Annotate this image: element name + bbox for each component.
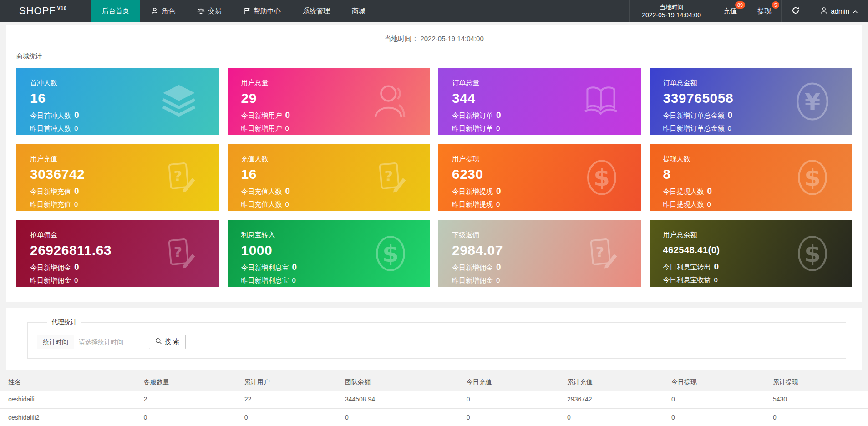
svg-text:¥: ¥ bbox=[805, 89, 820, 115]
local-time-block: 当地时间 2022-05-19 14:04:00 bbox=[629, 0, 713, 22]
edit-question-icon: ? bbox=[162, 158, 198, 197]
svg-text:?: ? bbox=[173, 167, 182, 185]
table-row: ceshidaili 2 22 344508.94 0 2936742 0 54… bbox=[0, 390, 868, 408]
local-time-label: 当地时间 bbox=[660, 3, 683, 11]
topbar: SHOPFV10 后台首页 角色 交易 帮助中心 系统管理 商城 bbox=[0, 0, 868, 22]
agent-table: 姓名 客服数量 累计用户 团队余额 今日充值 累计充值 今日提现 累计提现 ce… bbox=[0, 374, 868, 426]
stat-time-label: 统计时间 bbox=[37, 335, 74, 349]
dollar-icon: $ bbox=[583, 157, 620, 198]
agent-stats-panel: 代理统计 统计时间 搜 索 bbox=[6, 308, 862, 370]
col-header-team-balance: 团队余额 bbox=[337, 374, 458, 390]
col-header-total-recharge: 累计充值 bbox=[559, 374, 663, 390]
agent-filter-form: 统计时间 搜 索 bbox=[37, 335, 837, 349]
local-time-value: 2022-05-19 14:04:00 bbox=[642, 11, 701, 19]
user-icon bbox=[151, 7, 158, 15]
user-menu[interactable]: admin bbox=[810, 0, 868, 22]
stat-cards-grid: 首冲人数 16 今日首冲人数0 昨日首冲人数0 用户总量 29 今日新增用户0 … bbox=[6, 68, 862, 299]
stat-card-order-commission: 抢单佣金 26926811.63 今日新增佣金0 昨日新增佣金0 ? bbox=[16, 220, 219, 287]
nav-item-roles[interactable]: 角色 bbox=[140, 0, 186, 22]
search-icon bbox=[155, 338, 162, 346]
col-header-name: 姓名 bbox=[0, 374, 135, 390]
svg-text:?: ? bbox=[595, 243, 604, 261]
stat-card-user-recharge: 用户充值 3036742 今日新增充值0 昨日新增充值0 ? bbox=[16, 144, 219, 211]
edit-question-icon: ? bbox=[162, 234, 198, 273]
recharge-button[interactable]: 充值 89 bbox=[713, 0, 747, 22]
topbar-right: 当地时间 2022-05-19 14:04:00 充值 89 提现 5 admi… bbox=[629, 0, 868, 22]
stat-card-withdraw-users: 提现人数 8 今日提现人数0 昨日提现人数0 $ bbox=[650, 144, 852, 211]
agent-stats-legend: 代理统计 bbox=[47, 318, 81, 326]
nav-item-system[interactable]: 系统管理 bbox=[292, 0, 341, 22]
withdraw-button[interactable]: 提现 5 bbox=[747, 0, 782, 22]
agent-table-header: 姓名 客服数量 累计用户 团队余额 今日充值 累计充值 今日提现 累计提现 bbox=[0, 374, 868, 390]
dollar-icon: $ bbox=[794, 233, 831, 274]
yen-icon: ¥ bbox=[794, 81, 831, 122]
stat-card-interest-transfer-in: 利息宝转入 1000 今日新增利息宝0 昨日新增利息宝0 $ bbox=[228, 220, 430, 287]
nav-item-dashboard[interactable]: 后台首页 bbox=[91, 0, 140, 22]
col-header-total-withdraw: 累计提现 bbox=[765, 374, 868, 390]
svg-text:?: ? bbox=[385, 167, 393, 185]
person-icon bbox=[820, 7, 827, 15]
flag-icon bbox=[244, 7, 250, 15]
col-header-total-users: 累计用户 bbox=[236, 374, 337, 390]
app-logo: SHOPFV10 bbox=[0, 0, 91, 22]
stat-card-total-order-amount: 订单总金额 339765058 今日新增订单总金额0 昨日新增订单总金额0 ¥ bbox=[650, 68, 852, 135]
edit-question-icon: ? bbox=[373, 158, 409, 197]
agent-stats-fieldset: 代理统计 统计时间 搜 索 bbox=[27, 318, 846, 359]
stat-card-sub-rebate: 下级返佣 2984.07 今日新增佣金0 昨日新增佣金0 ? bbox=[438, 220, 641, 287]
stat-time-input[interactable] bbox=[74, 335, 142, 349]
stat-card-first-recharge-users: 首冲人数 16 今日首冲人数0 昨日首冲人数0 bbox=[16, 68, 219, 135]
stat-card-total-orders: 订单总量 344 今日新增订单0 昨日新增订单0 bbox=[438, 68, 641, 135]
agent-table-panel: 姓名 客服数量 累计用户 团队余额 今日充值 累计充值 今日提现 累计提现 ce… bbox=[0, 374, 868, 426]
nav-item-help-center[interactable]: 帮助中心 bbox=[233, 0, 292, 22]
stat-card-user-withdraw: 用户提现 6230 今日新增提现0 昨日新增提现0 $ bbox=[438, 144, 641, 211]
svg-text:$: $ bbox=[804, 240, 821, 267]
dollar-icon: $ bbox=[794, 157, 831, 198]
layers-icon bbox=[159, 82, 198, 121]
search-button[interactable]: 搜 索 bbox=[149, 335, 186, 349]
main-nav: 后台首页 角色 交易 帮助中心 系统管理 商城 bbox=[91, 0, 376, 22]
withdraw-badge: 5 bbox=[772, 1, 779, 9]
svg-text:$: $ bbox=[382, 240, 399, 267]
logo-text: SHOPF bbox=[19, 5, 56, 17]
person-icon bbox=[370, 82, 409, 121]
col-header-service-count: 客服数量 bbox=[135, 374, 236, 390]
stat-card-user-total-balance: 用户总余额 462548.41(0) 今日利息宝转出0 今日利息宝收益0 $ bbox=[650, 220, 852, 287]
svg-text:$: $ bbox=[593, 164, 609, 191]
stats-panel: 当地时间： 2022-05-19 14:04:00 商城统计 首冲人数 16 今… bbox=[6, 25, 862, 302]
edit-question-icon: ? bbox=[584, 234, 620, 273]
svg-text:$: $ bbox=[804, 164, 821, 191]
col-header-today-withdraw: 今日提现 bbox=[663, 374, 765, 390]
chevron-up-icon bbox=[853, 7, 858, 15]
col-header-today-recharge: 今日充值 bbox=[458, 374, 559, 390]
nav-item-mall[interactable]: 商城 bbox=[341, 0, 376, 22]
username: admin bbox=[831, 7, 849, 15]
svg-text:?: ? bbox=[173, 243, 182, 261]
refresh-button[interactable] bbox=[782, 0, 810, 22]
book-icon bbox=[581, 82, 620, 121]
content-local-time: 当地时间： 2022-05-19 14:04:00 bbox=[6, 25, 862, 46]
dollar-icon: $ bbox=[372, 233, 409, 274]
refresh-icon bbox=[792, 6, 800, 16]
stat-card-recharge-users: 充值人数 16 今日充值人数0 昨日充值人数0 ? bbox=[228, 144, 430, 211]
nav-item-trade[interactable]: 交易 bbox=[186, 0, 233, 22]
stat-card-total-users: 用户总量 29 今日新增用户0 昨日新增用户0 bbox=[228, 68, 430, 135]
scales-icon bbox=[197, 7, 205, 15]
stats-section-title: 商城统计 bbox=[6, 46, 862, 68]
table-row: ceshidalili2 0 0 0 0 0 0 0 bbox=[0, 408, 868, 426]
recharge-badge: 89 bbox=[735, 1, 745, 9]
logo-version: V10 bbox=[57, 6, 67, 11]
